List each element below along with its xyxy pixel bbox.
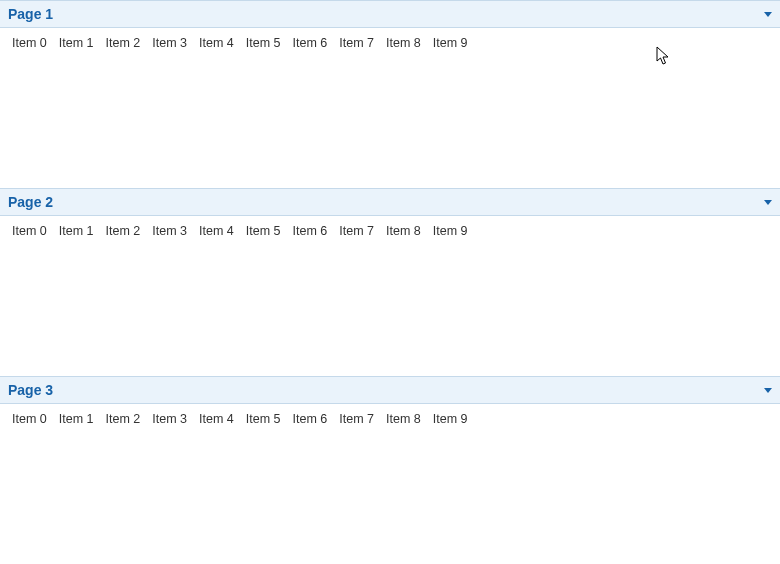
list-item[interactable]: Item 9 bbox=[427, 222, 474, 240]
panel-body-page-3: Item 0 Item 1 Item 2 Item 3 Item 4 Item … bbox=[0, 404, 780, 564]
list-item[interactable]: Item 5 bbox=[240, 222, 287, 240]
list-item[interactable]: Item 1 bbox=[53, 410, 100, 428]
list-item[interactable]: Item 4 bbox=[193, 34, 240, 52]
item-list: Item 0 Item 1 Item 2 Item 3 Item 4 Item … bbox=[6, 34, 774, 52]
list-item[interactable]: Item 9 bbox=[427, 410, 474, 428]
list-item[interactable]: Item 8 bbox=[380, 222, 427, 240]
list-item[interactable]: Item 8 bbox=[380, 34, 427, 52]
list-item[interactable]: Item 7 bbox=[333, 222, 380, 240]
panel-page-3: Page 3 Item 0 Item 1 Item 2 Item 3 Item … bbox=[0, 376, 780, 564]
panel-header-page-2[interactable]: Page 2 bbox=[0, 189, 780, 216]
panel-title: Page 1 bbox=[8, 6, 53, 22]
panel-body-page-1: Item 0 Item 1 Item 2 Item 3 Item 4 Item … bbox=[0, 28, 780, 188]
list-item[interactable]: Item 3 bbox=[146, 410, 193, 428]
list-item[interactable]: Item 2 bbox=[100, 222, 147, 240]
panel-page-2: Page 2 Item 0 Item 1 Item 2 Item 3 Item … bbox=[0, 188, 780, 376]
list-item[interactable]: Item 9 bbox=[427, 34, 474, 52]
panel-header-page-1[interactable]: Page 1 bbox=[0, 1, 780, 28]
list-item[interactable]: Item 2 bbox=[100, 34, 147, 52]
chevron-down-icon bbox=[764, 388, 772, 393]
list-item[interactable]: Item 7 bbox=[333, 410, 380, 428]
list-item[interactable]: Item 1 bbox=[53, 34, 100, 52]
list-item[interactable]: Item 6 bbox=[287, 410, 334, 428]
list-item[interactable]: Item 4 bbox=[193, 222, 240, 240]
list-item[interactable]: Item 5 bbox=[240, 34, 287, 52]
list-item[interactable]: Item 3 bbox=[146, 34, 193, 52]
list-item[interactable]: Item 1 bbox=[53, 222, 100, 240]
list-item[interactable]: Item 0 bbox=[6, 34, 53, 52]
panel-header-page-3[interactable]: Page 3 bbox=[0, 377, 780, 404]
item-list: Item 0 Item 1 Item 2 Item 3 Item 4 Item … bbox=[6, 222, 774, 240]
list-item[interactable]: Item 8 bbox=[380, 410, 427, 428]
list-item[interactable]: Item 0 bbox=[6, 410, 53, 428]
chevron-down-icon bbox=[764, 200, 772, 205]
panel-body-page-2: Item 0 Item 1 Item 2 Item 3 Item 4 Item … bbox=[0, 216, 780, 376]
list-item[interactable]: Item 0 bbox=[6, 222, 53, 240]
chevron-down-icon bbox=[764, 12, 772, 17]
list-item[interactable]: Item 7 bbox=[333, 34, 380, 52]
panel-title: Page 2 bbox=[8, 194, 53, 210]
panel-page-1: Page 1 Item 0 Item 1 Item 2 Item 3 Item … bbox=[0, 0, 780, 188]
list-item[interactable]: Item 3 bbox=[146, 222, 193, 240]
list-item[interactable]: Item 6 bbox=[287, 222, 334, 240]
list-item[interactable]: Item 4 bbox=[193, 410, 240, 428]
panel-title: Page 3 bbox=[8, 382, 53, 398]
list-item[interactable]: Item 5 bbox=[240, 410, 287, 428]
list-item[interactable]: Item 2 bbox=[100, 410, 147, 428]
item-list: Item 0 Item 1 Item 2 Item 3 Item 4 Item … bbox=[6, 410, 774, 428]
list-item[interactable]: Item 6 bbox=[287, 34, 334, 52]
